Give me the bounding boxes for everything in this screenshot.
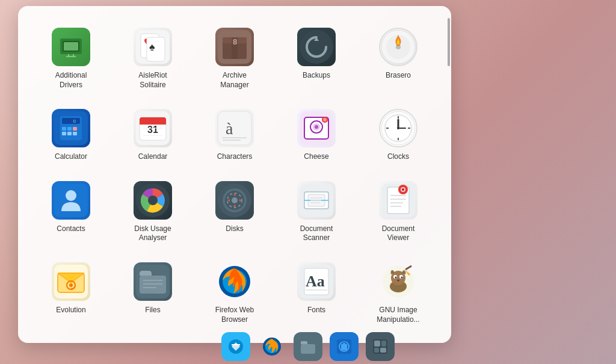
app-label-files: Files xyxy=(145,306,160,315)
app-label-fonts: Fonts xyxy=(307,306,325,315)
taskbar xyxy=(0,329,616,364)
svg-rect-29 xyxy=(67,132,72,135)
app-label-characters: Characters xyxy=(217,152,253,162)
app-label-firefox: Firefox WebBrowser xyxy=(215,306,254,324)
app-item-document-viewer[interactable]: DocumentViewer xyxy=(357,174,439,250)
app-item-disks[interactable]: Disks xyxy=(194,174,276,250)
app-item-fonts[interactable]: Aa Fonts xyxy=(276,255,357,332)
svg-text:0: 0 xyxy=(73,119,76,124)
app-item-calendar[interactable]: 31 Calendar xyxy=(112,102,194,169)
cheese-icon xyxy=(297,109,336,147)
taskbar-settings[interactable] xyxy=(366,332,395,361)
svg-rect-30 xyxy=(73,132,77,135)
app-item-files[interactable]: Files xyxy=(112,255,194,332)
app-item-evolution[interactable]: Evolution xyxy=(30,255,112,332)
svg-point-107 xyxy=(401,276,403,278)
app-drawer: AdditionalDrivers ♠ AisleRi xyxy=(18,6,451,343)
app-label-aisleriot: AisleRiotSolitaire xyxy=(138,71,167,90)
calculator-icon: 0 xyxy=(52,109,90,147)
app-label-disk-usage: Disk UsageAnalyser xyxy=(134,224,171,243)
svg-text:à: à xyxy=(226,119,233,138)
clocks-icon xyxy=(379,109,417,147)
svg-point-59 xyxy=(397,127,399,129)
files-icon xyxy=(134,262,172,301)
scroll-indicator xyxy=(446,6,451,343)
evolution-icon xyxy=(52,262,90,301)
app-item-additional-drivers[interactable]: AdditionalDrivers xyxy=(30,20,112,97)
svg-text:31: 31 xyxy=(147,125,158,135)
app-item-aisleriot[interactable]: ♠ AisleRiotSolitaire xyxy=(112,20,194,97)
svg-rect-4 xyxy=(64,42,78,51)
svg-rect-121 xyxy=(380,348,386,353)
firefox-icon xyxy=(215,262,254,301)
app-item-cheese[interactable]: Cheese xyxy=(276,102,357,169)
taskbar-firefox[interactable] xyxy=(257,332,286,361)
svg-point-47 xyxy=(315,125,318,129)
svg-point-108 xyxy=(397,279,399,281)
app-label-evolution: Evolution xyxy=(56,306,85,315)
app-label-archive-manager: ArchiveManager xyxy=(220,71,248,90)
app-item-backups[interactable]: Backups xyxy=(276,20,357,97)
svg-rect-118 xyxy=(374,341,380,347)
app-label-contacts: Contacts xyxy=(57,224,85,234)
app-label-document-scanner: DocumentScanner xyxy=(300,224,333,243)
taskbar-files[interactable] xyxy=(294,332,322,361)
scroll-thumb xyxy=(448,18,450,66)
svg-line-109 xyxy=(405,266,411,270)
app-label-additional-drivers: AdditionalDrivers xyxy=(55,71,87,90)
svg-text:Aa: Aa xyxy=(306,273,325,290)
app-label-brasero: Brasero xyxy=(386,71,411,81)
taskbar-zorin-menu[interactable] xyxy=(221,332,250,361)
gimp-icon xyxy=(379,262,417,301)
app-label-gimp: GNU ImageManipulatio... xyxy=(377,306,419,324)
app-label-calculator: Calculator xyxy=(55,152,87,162)
svg-text:♠: ♠ xyxy=(149,41,155,53)
app-item-contacts[interactable]: Contacts xyxy=(30,174,112,250)
svg-rect-113 xyxy=(301,344,315,354)
app-grid: AdditionalDrivers ♠ AisleRi xyxy=(18,6,451,343)
svg-point-68 xyxy=(232,197,238,203)
svg-rect-120 xyxy=(374,348,379,353)
app-item-document-scanner[interactable]: DocumentScanner xyxy=(276,174,357,250)
app-label-document-viewer: DocumentViewer xyxy=(382,224,415,243)
svg-rect-28 xyxy=(62,132,66,135)
document-viewer-icon xyxy=(379,181,417,220)
backups-icon xyxy=(297,28,336,66)
app-item-disk-usage[interactable]: Disk UsageAnalyser xyxy=(112,174,194,250)
app-item-clocks[interactable]: Clocks xyxy=(357,102,439,169)
disks-icon xyxy=(215,181,254,220)
calendar-icon: 31 xyxy=(134,109,172,147)
archive-manager-icon: 8 xyxy=(215,28,254,66)
fonts-icon: Aa xyxy=(297,262,336,301)
app-label-cheese: Cheese xyxy=(304,152,328,162)
app-item-firefox[interactable]: Firefox WebBrowser xyxy=(194,255,276,332)
app-label-calendar: Calendar xyxy=(138,152,168,162)
brasero-icon xyxy=(379,28,417,66)
svg-rect-24 xyxy=(62,118,80,124)
app-item-calculator[interactable]: 0 Calculator xyxy=(30,102,112,169)
aisleriot-icon: ♠ xyxy=(134,28,172,66)
app-item-archive-manager[interactable]: 8 ArchiveManager xyxy=(194,20,276,97)
svg-point-61 xyxy=(66,190,76,201)
svg-rect-25 xyxy=(62,127,66,131)
app-label-disks: Disks xyxy=(226,224,243,234)
app-item-gimp[interactable]: GNU ImageManipulatio... xyxy=(357,255,439,332)
app-item-brasero[interactable]: Brasero xyxy=(357,20,439,97)
app-label-backups: Backups xyxy=(303,71,330,81)
svg-rect-17 xyxy=(300,30,333,64)
svg-rect-27 xyxy=(73,127,77,131)
svg-rect-119 xyxy=(381,341,386,347)
svg-point-64 xyxy=(148,196,158,205)
document-scanner-icon xyxy=(297,181,336,220)
svg-text:8: 8 xyxy=(233,37,237,46)
taskbar-software[interactable] xyxy=(330,332,359,361)
contacts-icon xyxy=(52,181,90,220)
additional-drivers-icon xyxy=(52,28,90,66)
svg-point-81 xyxy=(402,188,404,191)
characters-icon: à xyxy=(215,109,254,147)
app-label-clocks: Clocks xyxy=(387,152,409,162)
app-item-characters[interactable]: à Characters xyxy=(194,102,276,169)
svg-point-106 xyxy=(395,276,397,278)
svg-rect-26 xyxy=(67,127,72,131)
svg-point-49 xyxy=(323,118,327,122)
